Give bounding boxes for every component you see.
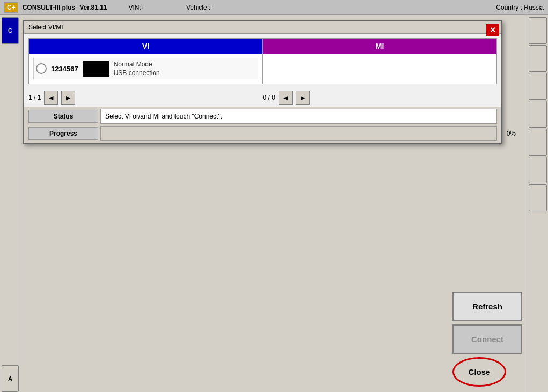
vi-pagination: 1 / 1 ◀ ▶ (28, 91, 263, 105)
vi-column-body: 1234567 Normal Mode USB connection (29, 54, 262, 84)
mi-page-info: 0 / 0 (263, 94, 275, 101)
refresh-button[interactable]: Refresh (452, 292, 522, 321)
sidebar-label-a: A (8, 375, 12, 382)
status-row: Status Select VI or/and MI and touch "Co… (28, 109, 497, 124)
app-name: CONSULT-III plus (23, 4, 75, 11)
left-sidebar: C A (0, 15, 20, 392)
dialog-close-button[interactable]: ✕ (486, 24, 499, 36)
sidebar-label-c: C (8, 27, 12, 34)
progress-label: Progress (28, 127, 98, 140)
progress-percent: 0% (507, 130, 516, 137)
status-area: Status Select VI or/and MI and touch "Co… (24, 107, 501, 143)
mi-header: MI (263, 39, 496, 54)
right-sidebar-btn-4[interactable] (529, 101, 547, 128)
pagination-row: 1 / 1 ◀ ▶ 0 / 0 ◀ ▶ (24, 88, 501, 107)
app-version: Ver.81.11 (79, 4, 107, 11)
right-sidebar-btn-6[interactable] (529, 157, 547, 183)
status-label: Status (28, 110, 98, 123)
sidebar-item-c[interactable]: C (2, 17, 19, 44)
mi-pagination: 0 / 0 ◀ ▶ (263, 91, 498, 105)
progress-bar-container: 0% (100, 126, 497, 141)
right-sidebar-btn-5[interactable] (529, 129, 547, 156)
vi-page-info: 1 / 1 (28, 94, 41, 101)
progress-row: Progress 0% (28, 126, 497, 141)
mi-prev-button[interactable]: ◀ (279, 91, 293, 105)
vi-mode-label: Normal Mode (114, 61, 160, 68)
mi-column: MI (263, 38, 497, 84)
app-logo: C+ (4, 2, 18, 13)
select-vimi-dialog: Select VI/MI ✕ VI 1234567 Norm (23, 20, 502, 144)
right-sidebar-btn-7[interactable] (529, 184, 547, 211)
title-bar: C+ CONSULT-III plus Ver.81.11 VIN:- Vehi… (0, 0, 548, 15)
vi-device-row[interactable]: 1234567 Normal Mode USB connection (33, 58, 258, 79)
right-sidebar-btn-1[interactable] (529, 17, 547, 44)
vin-display: VIN:- (129, 4, 143, 11)
sidebar-item-a[interactable]: A (2, 365, 19, 392)
mi-column-body (263, 54, 496, 84)
vi-header: VI (29, 39, 262, 54)
vehicle-display: Vehicle : - (186, 4, 215, 11)
mi-next-button[interactable]: ▶ (296, 91, 310, 105)
connect-button[interactable]: Connect (452, 324, 522, 354)
dialog-title-bar: Select VI/MI ✕ (24, 21, 501, 34)
vi-connection-label: USB connection (114, 69, 160, 77)
close-button[interactable]: Close (452, 357, 506, 387)
dialog-title: Select VI/MI (28, 24, 63, 31)
right-sidebar (527, 15, 548, 392)
action-buttons: Refresh Connect Close (452, 292, 522, 387)
right-sidebar-btn-2[interactable] (529, 45, 547, 72)
right-sidebar-btn-3[interactable] (529, 73, 547, 100)
vi-radio-button[interactable] (36, 63, 47, 74)
vimi-container: VI 1234567 Normal Mode USB connection (24, 34, 501, 88)
status-value: Select VI or/and MI and touch "Connect". (100, 109, 497, 124)
vi-prev-button[interactable]: ◀ (44, 91, 58, 105)
vi-device-info: Normal Mode USB connection (114, 61, 160, 77)
app-area: C A Select VI/MI ✕ VI (0, 15, 548, 392)
vi-device-icon (83, 61, 109, 77)
country-display: Country : Russia (496, 4, 544, 11)
vi-device-id: 1234567 (51, 65, 78, 73)
vi-column: VI 1234567 Normal Mode USB connection (28, 38, 263, 84)
center-content: Select VI/MI ✕ VI 1234567 Norm (20, 15, 527, 392)
vi-next-button[interactable]: ▶ (61, 91, 75, 105)
